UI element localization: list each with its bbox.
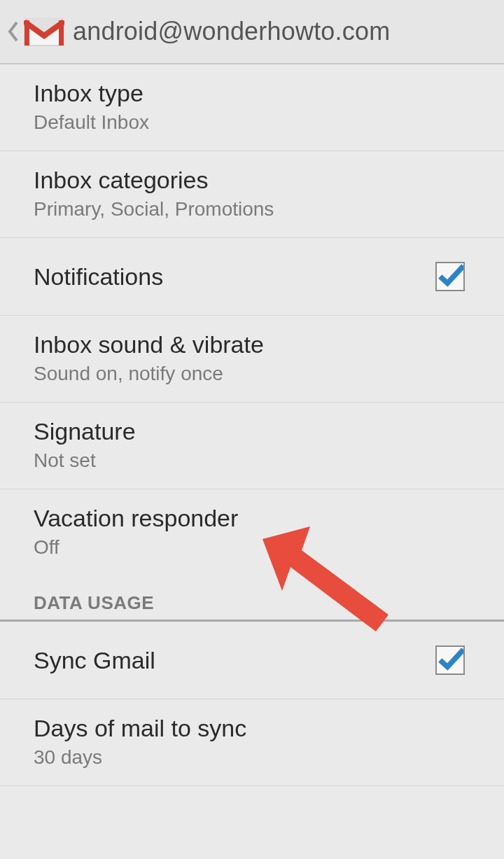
setting-sync-gmail[interactable]: Sync Gmail xyxy=(0,622,504,699)
setting-days-of-mail-to-sync[interactable]: Days of mail to sync 30 days xyxy=(0,699,504,786)
setting-inbox-categories[interactable]: Inbox categories Primary, Social, Promot… xyxy=(0,151,504,238)
setting-subtitle: Primary, Social, Promotions xyxy=(34,198,274,221)
setting-title: Vacation responder xyxy=(34,505,238,532)
setting-title: Inbox type xyxy=(34,80,149,107)
setting-subtitle: Off xyxy=(34,536,238,559)
setting-title: Notifications xyxy=(34,263,163,291)
sync-gmail-checkbox[interactable] xyxy=(435,645,465,675)
setting-subtitle: Default Inbox xyxy=(34,111,149,134)
svg-rect-3 xyxy=(59,20,64,46)
setting-title: Inbox sound & vibrate xyxy=(34,331,264,358)
setting-subtitle: Sound on, notify once xyxy=(34,363,264,385)
gmail-icon[interactable] xyxy=(22,14,66,49)
setting-title: Inbox categories xyxy=(34,167,274,194)
checkmark-icon xyxy=(437,646,463,674)
notifications-checkbox[interactable] xyxy=(435,262,465,291)
setting-inbox-type[interactable]: Inbox type Default Inbox xyxy=(0,64,504,151)
setting-inbox-sound-vibrate[interactable]: Inbox sound & vibrate Sound on, notify o… xyxy=(0,316,504,403)
page-title: android@wonderhowto.com xyxy=(73,17,390,46)
setting-title: Sync Gmail xyxy=(34,647,155,674)
setting-signature[interactable]: Signature Not set xyxy=(0,403,504,489)
checkmark-icon xyxy=(437,263,463,291)
setting-title: Signature xyxy=(34,418,136,445)
setting-subtitle: Not set xyxy=(34,449,136,472)
setting-notifications[interactable]: Notifications xyxy=(0,238,504,316)
setting-vacation-responder[interactable]: Vacation responder Off xyxy=(0,489,504,575)
svg-rect-2 xyxy=(24,20,29,46)
section-header-data-usage: DATA USAGE xyxy=(0,575,504,622)
settings-list: Inbox type Default Inbox Inbox categorie… xyxy=(0,64,504,786)
action-bar: android@wonderhowto.com xyxy=(0,0,504,64)
setting-subtitle: 30 days xyxy=(34,746,246,769)
back-chevron-icon[interactable] xyxy=(6,18,21,46)
setting-title: Days of mail to sync xyxy=(34,715,246,742)
